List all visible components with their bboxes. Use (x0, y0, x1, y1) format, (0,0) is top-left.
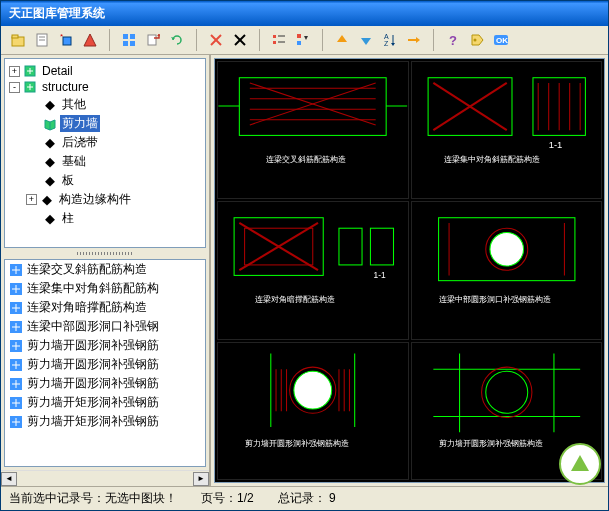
svg-rect-12 (148, 35, 156, 45)
svg-text:?: ? (449, 33, 457, 48)
tree-label: 剪力墙 (60, 115, 100, 132)
list-scrollbar[interactable]: ◄ ► (1, 470, 209, 486)
tb-down[interactable] (355, 29, 377, 51)
tb-export[interactable] (142, 29, 164, 51)
svg-point-122 (481, 367, 531, 417)
tree-child[interactable]: ◆柱 (9, 209, 201, 228)
left-panel: + Detail - structure ◆其他 剪力墙 ◆后浇带 ◆基础 ◆板… (1, 55, 211, 486)
node-icon (23, 64, 37, 78)
item-icon (9, 358, 23, 372)
horizontal-splitter[interactable] (1, 251, 209, 256)
preview-thumbnail[interactable]: 剪力墙开圆形洞补强钢筋构造 (217, 342, 409, 480)
tb-tag[interactable] (466, 29, 488, 51)
tb-new-page[interactable] (31, 29, 53, 51)
book-icon: ◆ (43, 136, 57, 150)
svg-rect-10 (123, 41, 128, 46)
list-item[interactable]: 连梁集中对角斜筋配筋构 (5, 279, 205, 298)
book-open-icon (43, 117, 57, 131)
list-label: 剪力墙开圆形洞补强钢筋 (27, 375, 159, 392)
list-item[interactable]: 连梁中部圆形洞口补强钢 (5, 317, 205, 336)
tb-move-right[interactable] (403, 29, 425, 51)
tree-child[interactable]: ◆基础 (9, 152, 201, 171)
preview-thumbnail[interactable]: 连梁交叉斜筋配筋构造 (217, 61, 409, 199)
book-icon: ◆ (43, 212, 57, 226)
separator (196, 29, 197, 51)
tree-label: structure (40, 80, 91, 94)
tree-label: 其他 (60, 96, 88, 113)
list-item[interactable]: 剪力墙开圆形洞补强钢筋 (5, 355, 205, 374)
tree-pane[interactable]: + Detail - structure ◆其他 剪力墙 ◆后浇带 ◆基础 ◆板… (4, 58, 206, 248)
preview-thumbnail[interactable]: 连梁中部圆形洞口补强钢筋构造 (411, 201, 603, 339)
tb-help[interactable]: ? (442, 29, 464, 51)
svg-text:剪力墙开圆形洞补强钢筋构造: 剪力墙开圆形洞补强钢筋构造 (438, 437, 542, 447)
svg-text:OK: OK (496, 36, 508, 45)
svg-text:Z: Z (384, 40, 389, 47)
scroll-left-icon[interactable]: ◄ (1, 472, 17, 486)
list-item[interactable]: 连梁对角暗撑配筋构造 (5, 298, 205, 317)
tree-child[interactable]: ◆其他 (9, 95, 201, 114)
list-item[interactable]: 连梁交叉斜筋配筋构造 (5, 260, 205, 279)
list-item[interactable]: 剪力墙开圆形洞补强钢筋 (5, 374, 205, 393)
tb-sort-az[interactable]: AZ (379, 29, 401, 51)
list-item[interactable]: 剪力墙开圆形洞补强钢筋 (5, 336, 205, 355)
toolbar: * ▾ AZ ? OK (1, 26, 608, 55)
tb-delete-red[interactable] (205, 29, 227, 51)
item-icon (9, 377, 23, 391)
tree-child-selected[interactable]: 剪力墙 (9, 114, 201, 133)
svg-marker-26 (337, 35, 347, 42)
svg-text:1-1: 1-1 (548, 139, 562, 150)
title-bar: 天正图库管理系统 (1, 1, 608, 26)
tb-view-list[interactable] (268, 29, 290, 51)
svg-text:A: A (384, 33, 389, 40)
status-selected: 当前选中记录号：无选中图块！ (9, 490, 177, 507)
svg-text:连梁对角暗撑配筋构造: 连梁对角暗撑配筋构造 (255, 294, 335, 304)
preview-thumbnail[interactable]: 1-1连梁集中对角斜筋配筋构造 (411, 61, 603, 199)
tb-new-item[interactable]: * (55, 29, 77, 51)
separator (109, 29, 110, 51)
preview-thumbnail[interactable]: 剪力墙开圆形洞补强钢筋构造 (411, 342, 603, 480)
collapse-icon[interactable]: - (9, 82, 20, 93)
app-window: 天正图库管理系统 * ▾ AZ (0, 0, 609, 511)
preview-thumbnail[interactable]: 1-1连梁对角暗撑配筋构造 (217, 201, 409, 339)
tree-child[interactable]: ◆板 (9, 171, 201, 190)
tb-grid[interactable] (118, 29, 140, 51)
book-icon: ◆ (43, 155, 57, 169)
svg-text:连梁中部圆形洞口补强钢筋构造: 连梁中部圆形洞口补强钢筋构造 (438, 294, 550, 304)
scroll-right-icon[interactable]: ► (193, 472, 209, 486)
item-icon (9, 339, 23, 353)
list-item[interactable]: 剪力墙开矩形洞补强钢筋 (5, 412, 205, 431)
svg-marker-33 (416, 37, 420, 43)
item-icon (9, 263, 23, 277)
tb-up[interactable] (331, 29, 353, 51)
tb-pattern[interactable] (79, 29, 101, 51)
item-icon (9, 396, 23, 410)
book-icon: ◆ (40, 193, 54, 207)
expand-icon[interactable]: + (26, 194, 37, 205)
tree-node-structure[interactable]: - structure (9, 79, 201, 95)
tree-label: 构造边缘构件 (57, 191, 133, 208)
svg-rect-97 (370, 229, 393, 266)
list-item[interactable]: 剪力墙开矩形洞补强钢筋 (5, 393, 205, 412)
svg-rect-9 (130, 34, 135, 39)
svg-rect-8 (123, 34, 128, 39)
item-icon (9, 415, 23, 429)
svg-rect-24 (297, 41, 301, 45)
list-pane[interactable]: 连梁交叉斜筋配筋构造 连梁集中对角斜筋配筋构 连梁对角暗撑配筋构造 连梁中部圆形… (4, 259, 206, 467)
svg-text:▾: ▾ (304, 33, 308, 42)
tree-child[interactable]: +◆构造边缘构件 (9, 190, 201, 209)
tb-view-options[interactable]: ▾ (292, 29, 314, 51)
tree-child[interactable]: ◆后浇带 (9, 133, 201, 152)
tb-refresh[interactable] (166, 29, 188, 51)
preview-grid[interactable]: 连梁交叉斜筋配筋构造 1-1连梁集中对角斜筋配筋构造 1-1连梁对角暗撑配筋构造… (214, 58, 605, 483)
tb-ok[interactable]: OK (490, 29, 512, 51)
tree-node-detail[interactable]: + Detail (9, 63, 201, 79)
tree-label: 板 (60, 172, 76, 189)
svg-rect-96 (339, 229, 362, 266)
svg-point-36 (474, 39, 477, 42)
svg-rect-5 (63, 37, 71, 45)
status-page: 页号：1/2 (201, 490, 254, 507)
tb-delete-black[interactable] (229, 29, 251, 51)
expand-icon[interactable]: + (9, 66, 20, 77)
tree-label: 柱 (60, 210, 76, 227)
tb-new-folder[interactable] (7, 29, 29, 51)
